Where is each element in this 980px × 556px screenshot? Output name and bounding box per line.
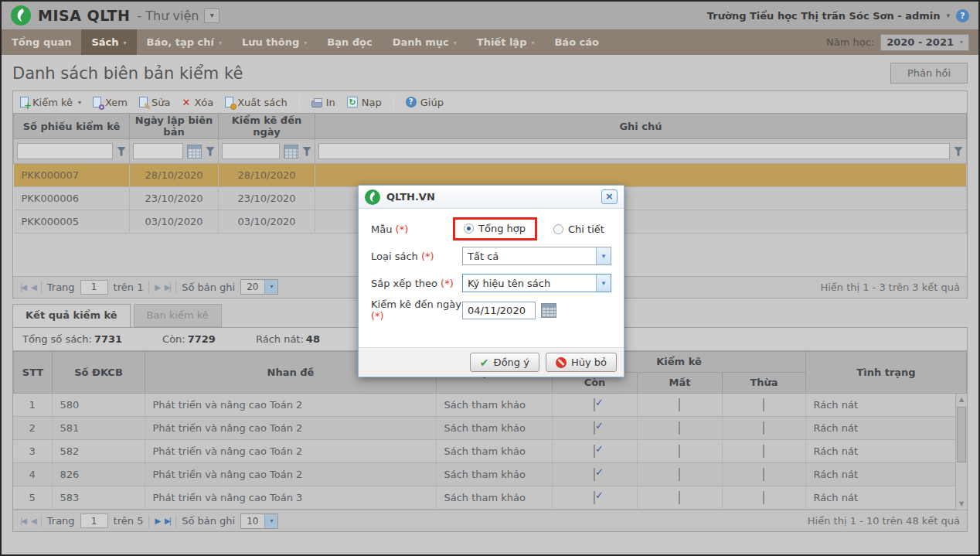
page-size-select[interactable]: 10 ▾	[240, 513, 278, 529]
inventory-date-input[interactable]	[462, 302, 536, 319]
checkbox-thua[interactable]	[763, 491, 764, 504]
column-header-thua[interactable]: Thừa	[723, 372, 806, 393]
nav-ban-doc[interactable]: Bạn đọc	[317, 29, 382, 55]
column-header-tinh-trang[interactable]: Tình trạng	[806, 351, 967, 393]
checkbox-mat[interactable]	[679, 421, 680, 435]
misa-logo-icon	[365, 189, 380, 205]
column-header-stt[interactable]: STT	[14, 351, 53, 393]
nav-danh-muc[interactable]: Danh mục▾	[383, 29, 467, 55]
ok-button[interactable]: ✔ Đồng ý	[470, 353, 539, 372]
filter-row	[14, 139, 967, 164]
column-header-den-ngay[interactable]: Kiểm kê đến ngày	[219, 114, 315, 139]
filter-ngay-lap-input[interactable]	[133, 143, 183, 159]
toolbar: + Kiểm kê ▾ Xem ✎ Sửa ✕ Xóa Xuất sách	[13, 91, 967, 113]
main-navbar: Tổng quan Sách▾ Báo, tạp chí▾ Lưu thông▾…	[2, 29, 978, 55]
cancel-button[interactable]: Hủy bỏ	[546, 353, 617, 372]
filter-icon[interactable]	[117, 147, 126, 156]
nav-thiet-lap[interactable]: Thiết lập▾	[467, 29, 545, 55]
vertical-scrollbar[interactable]: ▲ ▼	[955, 394, 967, 510]
checkbox-mat[interactable]	[679, 445, 680, 458]
checkbox-mat[interactable]	[679, 398, 680, 411]
delete-button[interactable]: ✕ Xóa	[182, 97, 213, 108]
checkbox-thua[interactable]	[763, 421, 764, 435]
checkbox-mat[interactable]	[679, 491, 680, 504]
school-year-select[interactable]: 2020 - 2021 ▾	[880, 34, 969, 51]
misa-logo-icon	[11, 5, 31, 26]
column-header-ghi-chu[interactable]: Ghi chú	[315, 114, 967, 139]
table-row[interactable]: PKK000007 28/10/2020 28/10/2020	[14, 164, 967, 187]
page-size-select[interactable]: 20 ▾	[240, 279, 278, 295]
edit-button[interactable]: ✎ Sửa	[139, 97, 170, 108]
column-header-mat[interactable]: Mất	[638, 372, 723, 393]
last-page-icon[interactable]: ▶|	[165, 283, 170, 292]
scrollbar-thumb[interactable]	[957, 407, 966, 462]
export-books-button[interactable]: Xuất sách	[225, 97, 287, 108]
book-type-select[interactable]: Tất cả ▾	[462, 247, 611, 265]
filter-ghi-chu-input[interactable]	[318, 143, 950, 159]
next-page-icon[interactable]: ▶	[155, 283, 159, 292]
module-dropdown-icon[interactable]: ▾	[204, 9, 219, 23]
nav-bao-cao[interactable]: Báo cáo	[544, 29, 609, 55]
checkbox-con[interactable]	[594, 445, 595, 458]
view-button[interactable]: Xem	[93, 97, 128, 108]
filter-icon[interactable]	[954, 147, 963, 156]
table-row[interactable]: 3 582 Phát triển và nâng cao Toán 2 Sách…	[13, 440, 967, 463]
nav-bao-tap-chi[interactable]: Báo, tạp chí▾	[137, 29, 232, 55]
page-number-input[interactable]	[80, 280, 108, 295]
inventory-button[interactable]: + Kiểm kê ▾	[20, 97, 81, 108]
nav-sach[interactable]: Sách▾	[81, 29, 136, 55]
dialog-title: QLTH.VN	[386, 191, 435, 203]
last-page-icon[interactable]: ▶|	[165, 517, 170, 525]
close-icon[interactable]: ×	[601, 189, 618, 204]
radio-tong-hop[interactable]	[464, 223, 474, 234]
filter-so-phieu-input[interactable]	[17, 143, 113, 159]
calendar-icon[interactable]	[541, 303, 556, 318]
column-header-so-phieu[interactable]: Số phiếu kiểm kê	[14, 114, 130, 139]
help-button[interactable]: ? Giúp	[406, 97, 444, 108]
checkbox-thua[interactable]	[763, 468, 764, 481]
first-page-icon[interactable]: |◀	[20, 283, 26, 292]
first-page-icon[interactable]: |◀	[20, 517, 26, 525]
tab-ban-kiem-ke[interactable]: Ban kiểm kê	[134, 304, 222, 327]
page-number-input[interactable]	[80, 513, 108, 528]
help-icon[interactable]: ?	[956, 9, 969, 22]
account-caret-icon[interactable]: ▾	[946, 12, 950, 19]
checkbox-thua[interactable]	[763, 398, 764, 411]
tab-ket-qua-kiem-ke[interactable]: Kết quả kiểm kê	[12, 304, 131, 327]
checkbox-mat[interactable]	[679, 468, 680, 481]
sort-by-select[interactable]: Ký hiệu tên sách ▾	[462, 274, 611, 292]
filter-den-ngay-input[interactable]	[222, 143, 280, 159]
print-button[interactable]: In	[311, 97, 335, 108]
calendar-icon[interactable]	[284, 145, 298, 159]
calendar-icon[interactable]	[187, 145, 202, 159]
radio-chi-tiet[interactable]	[553, 224, 563, 234]
stat-total: Tổng số sách:7731	[22, 333, 122, 345]
scroll-up-icon[interactable]: ▲	[956, 396, 967, 403]
radio-chi-tiet-label[interactable]: Chi tiết	[568, 223, 604, 235]
view-icon	[93, 97, 101, 107]
checkbox-con[interactable]	[594, 468, 595, 481]
table-row[interactable]: 4 826 Phát triển và nâng cao Toán 2 Sách…	[13, 463, 967, 486]
table-row[interactable]: 2 581 Phát triển và nâng cao Toán 2 Sách…	[13, 417, 967, 440]
next-page-icon[interactable]: ▶	[155, 517, 159, 525]
table-row[interactable]: 5 583 Phát triển và nâng cao Toán 3 Sách…	[13, 486, 967, 510]
checkbox-thua[interactable]	[763, 445, 764, 458]
checkbox-con[interactable]	[594, 398, 595, 411]
column-header-ngay-lap[interactable]: Ngày lập biên bản	[130, 114, 219, 139]
feedback-button[interactable]: Phản hồi	[890, 63, 968, 84]
results-summary: Hiển thị 1 - 10 trên 48 kết quả	[808, 515, 960, 527]
reload-button[interactable]: ↻ Nạp	[347, 97, 382, 108]
edit-icon: ✎	[139, 97, 148, 107]
radio-tong-hop-label[interactable]: Tổng hợp	[478, 223, 526, 234]
filter-icon[interactable]	[206, 147, 215, 156]
table-row[interactable]: 1 580 Phát triển và nâng cao Toán 2 Sách…	[13, 394, 967, 417]
nav-tong-quan[interactable]: Tổng quan	[2, 29, 81, 55]
column-header-dkcb[interactable]: Số ĐKCB	[53, 351, 145, 393]
prev-page-icon[interactable]: ◀	[31, 283, 36, 292]
filter-icon[interactable]	[302, 147, 311, 156]
nav-luu-thong[interactable]: Lưu thông▾	[232, 29, 317, 55]
prev-page-icon[interactable]: ◀	[31, 517, 36, 525]
scroll-down-icon[interactable]: ▼	[956, 500, 967, 507]
checkbox-con[interactable]	[594, 491, 595, 504]
checkbox-con[interactable]	[594, 421, 595, 435]
